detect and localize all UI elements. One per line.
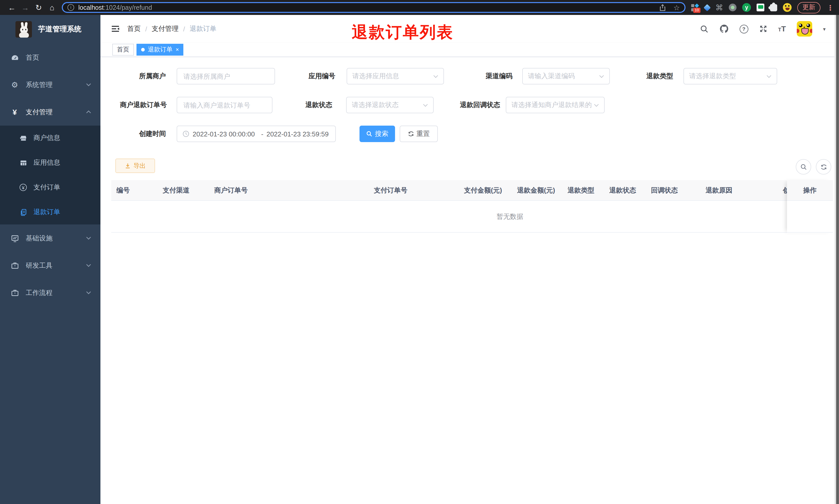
sidebar-item-refund-order[interactable]: 退款订单 [0,200,101,224]
extension-gem-icon[interactable] [703,4,711,11]
avatar-eye [806,24,810,27]
extension-chat-icon[interactable] [756,4,764,11]
page-annotation: 退款订单列表 [352,22,454,43]
channel-select[interactable]: 请输入渠道编码 [522,68,610,85]
avatar-mouth [801,28,809,35]
emoji-eye [785,5,786,7]
sidebar-item-devtools[interactable]: 研发工具 [0,252,101,279]
extension-emoji-icon[interactable] [783,3,792,12]
avatar-caret-icon[interactable]: ▾ [823,26,826,32]
sidebar-item-label: 首页 [26,53,39,62]
notify-status-select[interactable]: 请选择通知商户退款结果的 [506,97,605,113]
breadcrumb-separator: / [145,25,147,33]
sidebar-item-system[interactable]: ⚙ 系统管理 [0,71,101,98]
filter-label-refund-type: 退款类型 [619,68,673,85]
browser-reload-icon[interactable]: ↻ [32,3,45,12]
extension-badge: 10 [693,7,700,13]
close-icon[interactable]: × [176,47,179,53]
help-icon[interactable]: ? [739,24,748,33]
extension-grid-icon[interactable]: 10 [691,3,699,12]
merchant-refund-no-input[interactable] [177,97,272,113]
chevron-down-icon [766,74,771,78]
avatar-nose [804,27,805,28]
table-fixed-actions-column: 操作 [787,180,833,233]
merchant-input[interactable] [177,68,275,85]
browser-menu-icon[interactable]: ⋮ [826,3,834,12]
sidebar-item-workflow[interactable]: 工作流程 [0,279,101,306]
tab-refund-order[interactable]: 退款订单 × [137,44,184,56]
app-root: ← → ↻ ⌂ i localhost:1024/pay/refund ☆ 10… [0,0,839,504]
content-area [101,57,839,504]
sidebar-item-label: 应用信息 [34,158,60,167]
monitor-icon [10,234,19,242]
circle-yen-icon: ¥ [19,184,27,191]
app-logo [15,21,32,38]
extension-y-icon[interactable]: y [742,3,751,12]
sidebar-item-infra[interactable]: 基础设施 [0,224,101,252]
date-start-value: 2022-01-23 00:00:00 [193,130,258,138]
refresh-table-button[interactable] [816,159,831,175]
column-header: 支付渠道 [158,180,209,200]
reset-button[interactable]: 重置 [400,126,438,142]
font-size-icon[interactable]: TT [778,24,786,33]
create-time-range-picker[interactable]: 2022-01-23 00:00:00 - 2022-01-23 23:59:5… [177,126,336,142]
search-icon[interactable] [700,24,709,33]
extension-command-icon[interactable]: ⌘ [715,4,723,11]
site-info-icon[interactable]: i [68,4,74,11]
column-header: 支付订单号 [369,180,459,200]
browser-back-icon[interactable]: ← [5,3,19,12]
sidebar-item-pay[interactable]: ¥ 支付管理 [0,98,101,126]
fullscreen-icon[interactable] [759,25,767,33]
sidebar-fold-icon[interactable] [111,24,120,34]
address-bar[interactable]: i localhost:1024/pay/refund ☆ [62,2,685,13]
filter-label-app: 应用编号 [281,68,335,85]
emoji-mouth [785,7,789,10]
export-button[interactable]: 导出 [115,159,155,173]
search-button[interactable]: 搜索 [359,126,395,142]
date-end-value: 2022-01-23 23:59:59 [267,130,332,138]
filter-label-merchant: 所属商户 [111,68,166,85]
refund-type-select[interactable]: 请选择退款类型 [683,68,777,85]
column-header: 退款原因 [700,180,778,200]
yen-icon: ¥ [10,108,19,116]
extension-circle-icon[interactable] [729,4,736,11]
select-placeholder: 请选择通知商户退款结果的 [512,101,597,110]
github-icon[interactable] [719,24,729,34]
avatar-eye [799,24,802,27]
chevron-down-icon [599,74,604,78]
chevron-down-icon [86,263,91,267]
sidebar-item-app-info[interactable]: 应用信息 [0,150,101,175]
column-header: 回调状态 [646,180,700,200]
sidebar-item-pay-order[interactable]: ¥ 支付订单 [0,175,101,200]
app-select[interactable]: 请选择应用信息 [346,68,444,85]
browser-forward-icon[interactable]: → [19,3,32,12]
avatar-cheek [810,29,812,33]
bookmark-star-icon[interactable]: ☆ [674,4,680,11]
breadcrumb: 首页 / 支付管理 / 退款订单 [127,24,217,34]
date-range-separator: - [261,130,264,138]
show-search-toggle-button[interactable] [796,159,811,175]
select-placeholder: 请输入渠道编码 [528,72,597,81]
fixed-column-empty-cell [787,201,833,233]
browser-home-icon[interactable]: ⌂ [45,3,59,12]
sidebar-item-home[interactable]: 首页 [0,44,101,71]
tab-home[interactable]: 首页 [112,44,134,56]
top-navbar: 首页 / 支付管理 / 退款订单 ? TT ▾ [101,15,839,43]
chevron-down-icon [594,103,599,107]
share-icon[interactable] [660,4,666,11]
breadcrumb-pay[interactable]: 支付管理 [152,24,178,34]
grid-diamond [695,3,699,8]
extension-puzzle-icon[interactable] [770,4,777,11]
sidebar-item-label: 系统管理 [26,80,53,89]
sidebar-item-merchant-info[interactable]: 商户信息 [0,126,101,150]
column-header: 商户订单号 [209,180,369,200]
app-title: 芋道管理系统 [38,25,82,34]
user-avatar[interactable] [797,21,812,37]
refund-status-select[interactable]: 请选择退款状态 [346,97,434,113]
sidebar-item-label: 研发工具 [26,261,53,270]
url-text[interactable]: localhost:1024/pay/refund [78,4,660,11]
breadcrumb-home[interactable]: 首页 [127,24,141,34]
browser-update-button[interactable]: 更新 [797,2,820,13]
sidebar-logo-row[interactable]: 芋道管理系统 [0,15,101,44]
breadcrumb-current: 退款订单 [190,24,217,34]
